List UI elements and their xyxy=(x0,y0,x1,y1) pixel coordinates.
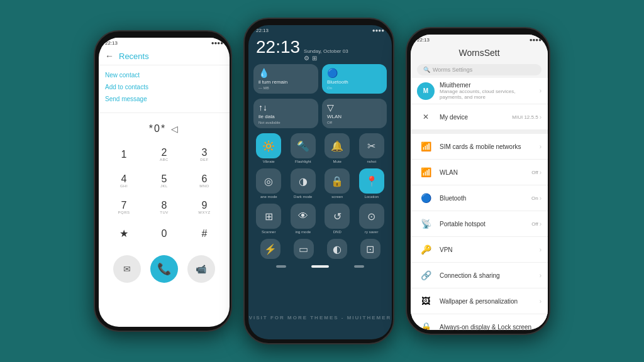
cc-tile-bluetooth[interactable]: 🔵 Bluetooth On xyxy=(322,64,387,94)
settings-item-miuithemer[interactable]: M Miuithemer Manage accounts, cloud serv… xyxy=(411,78,548,104)
settings-icon[interactable]: ⚙ xyxy=(304,55,309,62)
settings-item-hotspot[interactable]: 📡 Portable hotspot Off › xyxy=(411,211,548,237)
cc-row2-tiles: ↑↓ ile data Not available ▽ WLAN Off xyxy=(248,96,392,131)
dialer-status-bar: 22:13 ●●●● xyxy=(99,38,230,48)
battery-button[interactable]: ⊙ xyxy=(359,204,384,229)
key-1[interactable]: 1 xyxy=(109,143,139,166)
cc-top-tiles: 💧 il turn remain — MB 🔵 Bluetooth On xyxy=(248,62,392,96)
cc-grid-3: ⊞ Scanner 👁 ing mode ↺ DND ⊙ ry saver xyxy=(248,201,392,236)
cc-grid-darkmode: ◑ Dark mode xyxy=(288,168,319,199)
settings-item-connection[interactable]: 🔗 Connection & sharing › xyxy=(411,263,548,288)
screen-label: screen xyxy=(331,195,343,199)
call-button[interactable]: 📞 xyxy=(150,255,178,283)
recents-title: Recents xyxy=(119,52,149,61)
connection-right: › xyxy=(540,272,541,279)
settings-item-wlan[interactable]: 📶 WLAN Off › xyxy=(411,160,548,185)
data-tile-icon: 💧 xyxy=(258,68,313,78)
vpn-right: › xyxy=(540,246,541,253)
vpn-text: VPN xyxy=(440,246,535,253)
nav-home[interactable] xyxy=(311,265,329,268)
cc-tile-wlan[interactable]: ▽ WLAN Off xyxy=(322,99,387,128)
settings-item-sim[interactable]: 📶 SIM cards & mobile networks › xyxy=(411,134,548,160)
sim-icon: 📶 xyxy=(417,138,435,155)
data-tile-sub: — MB xyxy=(258,86,313,90)
key-star[interactable]: ★ xyxy=(109,222,139,245)
back-arrow-icon[interactable]: ← xyxy=(105,51,114,61)
darkmode-button[interactable]: ◑ xyxy=(291,168,316,194)
cc-tile-data[interactable]: 💧 il turn remain — MB xyxy=(253,64,318,94)
keypad-row-1: 1 2ABC 3DEF xyxy=(104,143,225,166)
bottom-btn-2[interactable]: ▭ xyxy=(294,239,314,259)
settings-item-mydevice[interactable]: ✕ My device MIUI 12.5.5 › xyxy=(411,104,548,130)
wallpaper-right: › xyxy=(540,298,541,305)
key-0[interactable]: 0 xyxy=(149,222,179,245)
vibrate-label: Vibrate xyxy=(263,160,275,163)
key-7[interactable]: 7PQRS xyxy=(109,196,139,219)
settings-search[interactable]: 🔍 Worms Settings xyxy=(417,64,541,75)
bluetooth-tile-label: Bluetooth xyxy=(327,79,382,85)
settings-item-bluetooth[interactable]: 🔵 Bluetooth On › xyxy=(411,185,548,211)
search-placeholder: Worms Settings xyxy=(433,67,472,73)
message-button[interactable]: ✉ xyxy=(113,255,141,283)
key-6[interactable]: 6MNO xyxy=(189,170,219,192)
mute-button[interactable]: 🔔 xyxy=(325,133,350,158)
screenshot-button[interactable]: ✂ xyxy=(359,133,384,158)
keypad: 1 2ABC 3DEF 4GHI 5JKL 6MNO 7PQRS 8TUV 9W… xyxy=(99,141,230,251)
reading-button[interactable]: 👁 xyxy=(291,204,316,229)
mydevice-right: MIUI 12.5.5 › xyxy=(512,114,541,121)
wallpaper-title: Wallpaper & personalization xyxy=(440,298,535,305)
dialer-screen: 22:13 ●●●● ← Recents New contact Add to … xyxy=(99,38,230,327)
nav-recent[interactable] xyxy=(354,265,364,268)
flashlight-button[interactable]: 🔦 xyxy=(291,133,316,158)
phone-dialer: 22:13 ●●●● ← Recents New contact Add to … xyxy=(94,30,232,332)
search-icon: 🔍 xyxy=(423,67,430,73)
wlan-settings-icon: 📶 xyxy=(417,163,435,181)
bottom-btn-3[interactable]: ◐ xyxy=(327,239,347,259)
settings-status-bar: 22:13 ●●●● xyxy=(411,35,548,45)
key-3[interactable]: 3DEF xyxy=(189,143,219,166)
cc-grid-location: 📍 Location xyxy=(357,168,387,199)
key-5[interactable]: 5JKL xyxy=(149,170,179,192)
darkmode-label: Dark mode xyxy=(294,195,312,199)
delete-button[interactable]: ◁ xyxy=(171,124,179,134)
sim-right: › xyxy=(540,143,541,150)
location-button[interactable]: 📍 xyxy=(359,168,384,194)
video-button[interactable]: 📹 xyxy=(187,255,215,283)
scanner-button[interactable]: ⊞ xyxy=(256,204,281,229)
wlan-settings-right: Off › xyxy=(531,169,541,176)
screen-button[interactable]: 🔒 xyxy=(325,168,350,194)
key-2[interactable]: 2ABC xyxy=(149,143,179,166)
cc-grid-dnd: ↺ DND xyxy=(322,204,353,234)
settings-item-wallpaper[interactable]: 🖼 Wallpaper & personalization › xyxy=(411,288,548,314)
bluetooth-settings-title: Bluetooth xyxy=(440,195,526,202)
key-8[interactable]: 8TUV xyxy=(149,196,179,219)
new-contact-link[interactable]: New contact xyxy=(105,69,223,81)
bluetooth-settings-text: Bluetooth xyxy=(440,195,526,202)
mobile-data-icon: ↑↓ xyxy=(258,102,313,112)
key-hash[interactable]: # xyxy=(189,222,219,245)
dial-input: *0* xyxy=(149,123,166,134)
airplane-button[interactable]: ◎ xyxy=(256,168,281,194)
miuithemer-right: › xyxy=(540,87,541,94)
wlan-label: WLAN xyxy=(327,114,382,119)
cc-nav xyxy=(248,261,392,272)
bottom-btn-1[interactable]: ⚡ xyxy=(260,239,280,259)
dnd-button[interactable]: ↺ xyxy=(325,204,350,229)
always-on-title: Always-on display & Lock screen xyxy=(440,324,535,331)
add-to-contacts-link[interactable]: Add to contacts xyxy=(105,81,223,93)
cc-grid-flashlight: 🔦 Flashlight xyxy=(288,133,319,163)
data-tile-label: il turn remain xyxy=(258,79,313,85)
settings-item-always-on[interactable]: 🔒 Always-on display & Lock screen › xyxy=(411,314,548,330)
edit-icon[interactable]: ⊞ xyxy=(312,55,317,62)
dialer-bottom: ✉ 📞 📹 xyxy=(99,251,230,287)
vibrate-button[interactable]: 🔆 xyxy=(256,133,281,158)
send-message-link[interactable]: Send message xyxy=(105,93,223,105)
nav-back[interactable] xyxy=(276,265,286,268)
key-4[interactable]: 4GHI xyxy=(109,170,139,192)
cc-date: Sunday, October 03 xyxy=(304,48,348,54)
settings-item-vpn[interactable]: 🔑 VPN › xyxy=(411,237,548,263)
bottom-btn-4[interactable]: ⊡ xyxy=(360,239,380,259)
cc-tile-mobile-data[interactable]: ↑↓ ile data Not available xyxy=(253,99,318,128)
cc-grid-mute: 🔔 Mute xyxy=(322,133,353,163)
key-9[interactable]: 9WXYZ xyxy=(189,196,219,219)
